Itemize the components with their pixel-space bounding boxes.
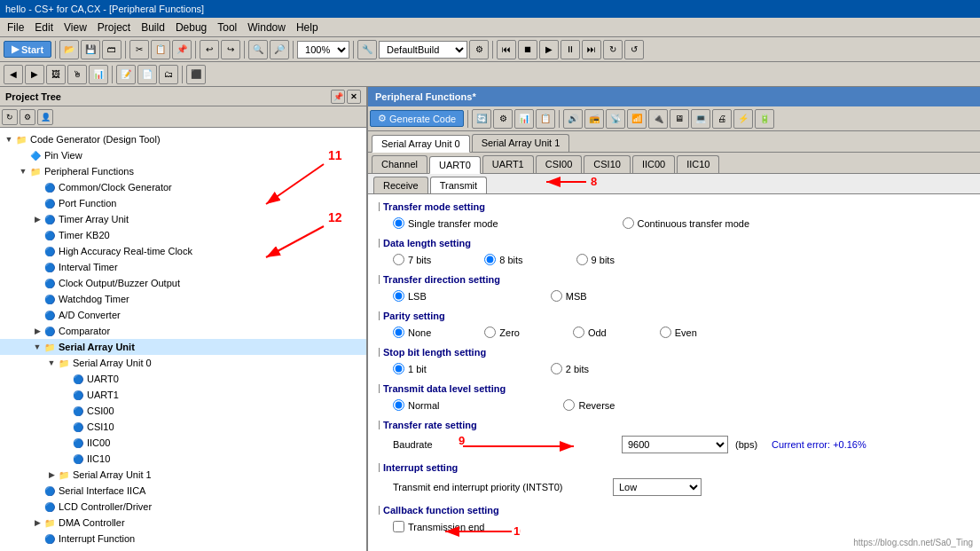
debug-btn2[interactable]: ⏹ (518, 40, 537, 59)
debug-btn3[interactable]: ▶ (539, 40, 559, 59)
expand-icon[interactable]: ▼ (46, 358, 57, 368)
expand-icon[interactable]: ▶ (32, 517, 43, 528)
msb-option[interactable]: MSB (551, 290, 587, 302)
menu-tool[interactable]: Tool (212, 20, 242, 35)
copy-button[interactable]: 📋 (151, 40, 170, 59)
tb2-btn1[interactable]: ◀ (4, 65, 23, 84)
tree-item-watchdog[interactable]: 🔵 Watchdog Timer (0, 291, 366, 307)
tb2-btn9[interactable]: ⬛ (186, 65, 206, 84)
expand-icon[interactable]: ▶ (46, 469, 57, 480)
1bit-stop[interactable]: 1 bit (393, 363, 427, 374)
none-parity-radio[interactable] (393, 327, 404, 338)
tree-item-iica[interactable]: 🔵 Serial Interface IICA (0, 483, 366, 499)
settings-tree-button[interactable]: ⚙ (20, 109, 35, 125)
save-all-button[interactable]: 🗃 (102, 40, 122, 59)
ptb-btn13[interactable]: ⚡ (733, 109, 753, 129)
tree-item-clock-gen[interactable]: 🔵 Common/Clock Generator (0, 179, 366, 195)
continuous-transfer-mode[interactable]: Continuous transfer mode (623, 217, 750, 229)
cut-button[interactable]: ✂ (129, 40, 149, 59)
ptb-btn8[interactable]: 📶 (627, 109, 647, 129)
tab-receive[interactable]: Receive (373, 177, 428, 193)
close-panel-button[interactable]: ✕ (347, 90, 361, 104)
menu-help[interactable]: Help (291, 20, 324, 35)
tb2-btn3[interactable]: 🖼 (46, 65, 66, 84)
expand-icon[interactable]: ▶ (32, 214, 43, 224)
refresh-tree-button[interactable]: ↻ (2, 109, 18, 125)
ptb-btn6[interactable]: 📻 (584, 109, 604, 129)
start-button[interactable]: ▶ Start (4, 41, 51, 58)
reverse-level-radio[interactable] (563, 399, 575, 411)
tree-item-adc[interactable]: 🔵 A/D Converter (0, 307, 366, 323)
debug-btn1[interactable]: ⏮ (497, 40, 516, 59)
pin-button[interactable]: 📌 (331, 90, 345, 104)
tb2-btn4[interactable]: 🖱 (67, 65, 87, 84)
debug-btn4[interactable]: ⏸ (561, 40, 580, 59)
even-parity[interactable]: Even (660, 327, 697, 338)
ptb-btn9[interactable]: 🔌 (648, 109, 668, 129)
tree-item-timer-array[interactable]: ▶ 🔵 Timer Array Unit (0, 211, 366, 227)
menu-file[interactable]: File (2, 20, 29, 35)
tree-item-pin-view[interactable]: 🔷 Pin View (0, 147, 366, 163)
tree-item-csi10[interactable]: 🔵 CSI10 (0, 419, 366, 435)
zoom-dropdown[interactable]: 100% 75% 125% (297, 41, 349, 59)
tb2-btn5[interactable]: 📊 (89, 65, 108, 84)
normal-level[interactable]: Normal (393, 399, 439, 411)
tree-item-peripheral[interactable]: ▼ 📁 Peripheral Functions (0, 163, 366, 179)
tree-item-port[interactable]: 🔵 Port Function (0, 195, 366, 211)
tab-iic00[interactable]: IIC00 (632, 155, 675, 173)
expand-icon[interactable]: ▼ (4, 134, 14, 145)
tree-item-serial-array-unit[interactable]: ▼ 📁 Serial Array Unit (0, 339, 366, 355)
tree-item-sau0[interactable]: ▼ 📁 Serial Array Unit 0 (0, 355, 366, 371)
2bits-stop[interactable]: 2 bits (551, 363, 589, 374)
expand-icon[interactable]: ▼ (32, 342, 43, 352)
7bits-option[interactable]: 7 bits (393, 254, 431, 265)
tree-item-sau1[interactable]: ▶ 📁 Serial Array Unit 1 (0, 467, 366, 483)
open-button[interactable]: 📂 (59, 40, 79, 59)
even-parity-radio[interactable] (660, 327, 671, 338)
menu-project[interactable]: Project (92, 20, 136, 35)
tree-item-interval-timer[interactable]: 🔵 Interval Timer (0, 259, 366, 275)
transmission-end-checkbox[interactable] (393, 521, 404, 532)
tree-item-clock-out[interactable]: 🔵 Clock Output/Buzzer Output (0, 275, 366, 291)
debug-btn7[interactable]: ↺ (624, 40, 644, 59)
9bits-radio[interactable] (576, 254, 588, 265)
baudrate-select[interactable]: 9600 4800 19200 38400 57600 115200 (622, 436, 728, 453)
find2-button[interactable]: 🔎 (270, 40, 289, 59)
continuous-transfer-radio[interactable] (623, 217, 634, 229)
expand-icon[interactable]: ▶ (32, 326, 43, 336)
ptb-btn2[interactable]: ⚙ (493, 109, 513, 129)
debug-btn6[interactable]: ↻ (603, 40, 623, 59)
save-button[interactable]: 💾 (81, 40, 100, 59)
tab-transmit[interactable]: Transmit (430, 177, 487, 193)
tab-channel[interactable]: Channel (372, 155, 427, 173)
menu-view[interactable]: View (59, 20, 92, 35)
tree-item-lcd[interactable]: 🔵 LCD Controller/Driver (0, 499, 366, 515)
ptb-btn14[interactable]: 🔋 (755, 109, 774, 129)
lsb-option[interactable]: LSB (393, 290, 427, 302)
9bits-option[interactable]: 9 bits (576, 254, 615, 265)
menu-build[interactable]: Build (136, 20, 170, 35)
tree-item-iic10[interactable]: 🔵 IIC10 (0, 451, 366, 467)
tree-item-rtc[interactable]: 🔵 High Accuracy Real-time Clock (0, 243, 366, 259)
expand-icon[interactable]: ▼ (18, 166, 28, 177)
zero-parity[interactable]: Zero (484, 327, 520, 338)
paste-button[interactable]: 📌 (172, 40, 192, 59)
tree-item-iic00[interactable]: 🔵 IIC00 (0, 435, 366, 451)
tree-item-interrupt[interactable]: 🔵 Interrupt Function (0, 531, 366, 547)
tree-item-dma[interactable]: ▶ 📁 DMA Controller (0, 515, 366, 531)
tree-item-code-generator[interactable]: ▼ 📁 Code Generator (Design Tool) (0, 131, 366, 147)
normal-level-radio[interactable] (393, 399, 404, 411)
tree-item-uart0[interactable]: 🔵 UART0 (0, 371, 366, 387)
odd-parity-radio[interactable] (573, 327, 584, 338)
odd-parity[interactable]: Odd (573, 327, 607, 338)
menu-edit[interactable]: Edit (29, 20, 59, 35)
tab-iic10[interactable]: IIC10 (677, 155, 719, 173)
build-dropdown[interactable]: DefaultBuild (379, 41, 467, 59)
ptb-btn1[interactable]: 🔄 (472, 109, 491, 129)
tb2-btn8[interactable]: 🗂 (159, 65, 178, 84)
8bits-option[interactable]: 8 bits (484, 254, 522, 265)
tree-item-csi00[interactable]: 🔵 CSI00 (0, 403, 366, 419)
redo-button[interactable]: ↪ (221, 40, 240, 59)
single-transfer-mode[interactable]: Single transfer mode (393, 217, 498, 229)
none-parity[interactable]: None (393, 327, 431, 338)
